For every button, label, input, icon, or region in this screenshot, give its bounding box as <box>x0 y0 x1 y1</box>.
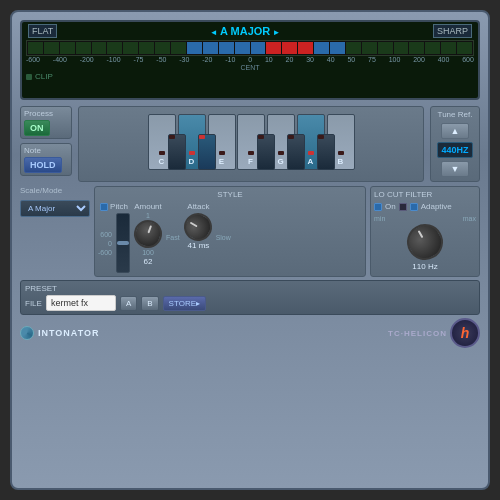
key-gsharp[interactable] <box>287 134 305 170</box>
meter-seg <box>409 42 424 54</box>
file-label: FILE <box>25 299 42 308</box>
amount-knob[interactable] <box>130 216 166 252</box>
process-label: Process <box>24 109 68 118</box>
scale-mode-select[interactable]: A Major <box>20 200 90 217</box>
left-controls: Process ON Note HOLD <box>20 106 72 182</box>
adaptive-checkbox[interactable] <box>399 203 407 211</box>
meter-seg <box>441 42 456 54</box>
pitch-slider-container: 600 0 -600 <box>98 213 130 273</box>
lo-cut-controls: On Adaptive <box>374 202 476 211</box>
lo-cut-min-label: min <box>374 215 385 222</box>
attack-knob[interactable] <box>179 208 217 246</box>
amount-group: Amount 1 100 62 <box>134 202 162 266</box>
key-display: A MAJOR <box>57 25 433 37</box>
lo-cut-section: LO CUT FILTER On Adaptive min max 110 Hz <box>370 186 480 277</box>
meter-seg <box>60 42 75 54</box>
scale-val: -200 <box>80 56 94 63</box>
scale-val: 75 <box>368 56 376 63</box>
scale-val: -100 <box>107 56 121 63</box>
meter-seg-red <box>298 42 313 54</box>
scale-val: 600 <box>462 56 474 63</box>
attack-group: Attack Fast Slow 41 ms <box>166 202 231 250</box>
scale-val: -600 <box>26 56 40 63</box>
process-toggle[interactable]: ON <box>24 120 50 136</box>
meter-seg <box>44 42 59 54</box>
meter-seg <box>92 42 107 54</box>
sharp-label: SHARP <box>433 24 472 38</box>
tc-logo-h: h <box>461 325 470 341</box>
pitch-display: FLAT A MAJOR SHARP <box>20 20 480 100</box>
meter-seg-active <box>219 42 234 54</box>
key-name-c: C <box>159 157 165 166</box>
preset-b-btn[interactable]: B <box>141 296 158 311</box>
meter-seg <box>107 42 122 54</box>
lo-cut-checkbox[interactable] <box>374 203 382 211</box>
key-csharp[interactable] <box>168 134 186 170</box>
pitch-control: Pitch 600 0 -600 <box>98 202 130 273</box>
scale-val: 40 <box>327 56 335 63</box>
adaptive-label: Adaptive <box>421 202 452 211</box>
amount-label: Amount <box>134 202 162 211</box>
meter-seg-active <box>330 42 345 54</box>
flat-label: FLAT <box>28 24 57 38</box>
preset-store-btn[interactable]: STORE▸ <box>163 296 206 311</box>
style-controls: Pitch 600 0 -600 <box>98 202 362 273</box>
meter-seg-active <box>314 42 329 54</box>
key-led-a <box>308 151 314 155</box>
scale-val: -75 <box>133 56 143 63</box>
key-dsharp[interactable] <box>198 134 216 170</box>
tune-ref-section: Tune Ref. ▲ 440HZ ▼ <box>430 106 480 182</box>
tune-up-btn[interactable]: ▲ <box>441 123 469 139</box>
meter-seg <box>28 42 43 54</box>
lo-cut-knob-row: min max 110 Hz <box>374 215 476 271</box>
lo-cut-max-label: max <box>463 215 476 222</box>
meter-seg <box>457 42 472 54</box>
key-name-b: B <box>338 157 344 166</box>
meter-seg-active <box>187 42 202 54</box>
key-led-f <box>248 151 254 155</box>
pitch-slider[interactable] <box>116 213 130 273</box>
meter-seg <box>139 42 154 54</box>
meter-seg <box>346 42 361 54</box>
tune-down-btn[interactable]: ▼ <box>441 161 469 177</box>
keys-row: C D E <box>82 110 420 170</box>
lo-cut-knob[interactable] <box>400 217 449 266</box>
scale-val: 20 <box>286 56 294 63</box>
footer: INTONATOR TC·HELICON h <box>20 318 480 348</box>
meter-seg-active <box>251 42 266 54</box>
key-asharp[interactable] <box>317 134 335 170</box>
scale-val: 0 <box>248 56 252 63</box>
key-led-d <box>189 151 195 155</box>
preset-a-btn[interactable]: A <box>120 296 137 311</box>
scale-val: 200 <box>413 56 425 63</box>
pitch-checkbox[interactable]: Pitch <box>100 202 128 211</box>
note-hold-btn[interactable]: HOLD <box>24 157 62 173</box>
scale-val: -30 <box>179 56 189 63</box>
scale-val: 400 <box>438 56 450 63</box>
scale-mode-label: Scale/Mode <box>20 186 90 195</box>
scale-val: -10 <box>225 56 235 63</box>
key-led-c <box>159 151 165 155</box>
style-title: STYLE <box>98 190 362 199</box>
note-label: Note <box>24 146 68 155</box>
preset-row: FILE A B STORE▸ <box>25 295 475 311</box>
scale-mode-section: Scale/Mode A Major <box>20 186 90 277</box>
meter-seg <box>155 42 170 54</box>
scale-val: 10 <box>265 56 273 63</box>
process-group: Process ON <box>20 106 72 139</box>
key-fsharp[interactable] <box>257 134 275 170</box>
tune-ref-label: Tune Ref. <box>438 110 473 119</box>
key-name-f: F <box>248 157 253 166</box>
preset-filename-input[interactable] <box>46 295 116 311</box>
attack-fast-label: Fast <box>166 234 180 241</box>
cent-label: CENT <box>22 64 478 71</box>
key-name-d: D <box>189 157 195 166</box>
pitch-scale: 600 0 -600 <box>98 231 112 256</box>
bottom-section: Scale/Mode A Major STYLE Pitch 600 <box>20 186 480 277</box>
clip-led <box>26 74 32 80</box>
style-section: STYLE Pitch 600 0 -600 <box>94 186 366 277</box>
attack-label: Attack <box>187 202 209 211</box>
meter-seg <box>171 42 186 54</box>
meter-seg-red <box>282 42 297 54</box>
adaptive-checkbox2[interactable] <box>410 203 418 211</box>
